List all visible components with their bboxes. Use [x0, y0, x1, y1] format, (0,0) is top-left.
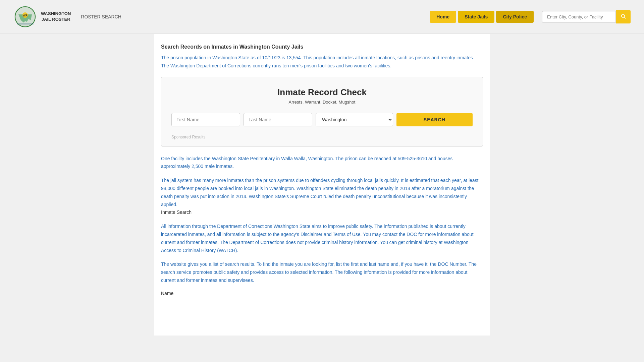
search-icon: [621, 13, 626, 19]
inmate-check-title: Inmate Record Check: [171, 87, 473, 98]
site-header: WA WASHINGTON JAIL ROSTER ROSTER SEARCH …: [0, 0, 644, 34]
paragraph1: One facility includes the Washington Sta…: [161, 155, 483, 171]
paragraph4: The website gives you a list of search r…: [161, 260, 483, 284]
city-police-nav-button[interactable]: City Police: [496, 11, 534, 23]
sponsored-results-label: Sponsored Results: [171, 131, 473, 139]
svg-text:WA: WA: [23, 14, 28, 17]
inmate-search-fields: WashingtonAlabamaAlaskaArizonaArkansasCa…: [171, 113, 473, 126]
washington-logo-icon: WA: [13, 5, 37, 28]
section-title: Search Records on Inmates in Washington …: [161, 44, 483, 50]
home-nav-button[interactable]: Home: [430, 11, 456, 23]
inmate-search-button[interactable]: SEARCH: [396, 113, 473, 126]
header-search-input[interactable]: [542, 11, 616, 23]
nav-area: Home State Jails City Police: [430, 10, 631, 23]
last-name-input[interactable]: [244, 113, 312, 126]
state-select[interactable]: WashingtonAlabamaAlaskaArizonaArkansasCa…: [316, 113, 393, 126]
header-search-bar: [542, 10, 631, 23]
first-name-input[interactable]: [171, 113, 240, 126]
inmate-search-label: Inmate Search: [161, 209, 192, 215]
main-content: Search Records on Inmates in Washington …: [154, 34, 490, 336]
intro-text: The prison population in Washington Stat…: [161, 54, 483, 70]
svg-rect-4: [17, 23, 34, 24]
roster-search-label: ROSTER SEARCH: [81, 14, 121, 19]
logo-area: WA WASHINGTON JAIL ROSTER: [13, 5, 71, 28]
paragraph3: All information through the Department o…: [161, 223, 483, 254]
svg-line-6: [624, 17, 626, 18]
paragraph2: The jail system has many more inmates th…: [161, 177, 483, 217]
header-search-button[interactable]: [616, 10, 631, 23]
state-jails-nav-button[interactable]: State Jails: [458, 11, 494, 23]
inmate-record-check-box: Inmate Record Check Arrests, Warrant, Do…: [161, 77, 483, 146]
name-label: Name: [161, 291, 483, 296]
logo-text: WASHINGTON JAIL ROSTER: [41, 11, 71, 22]
inmate-check-subtitle: Arrests, Warrant, Docket, Mugshot: [171, 100, 473, 105]
